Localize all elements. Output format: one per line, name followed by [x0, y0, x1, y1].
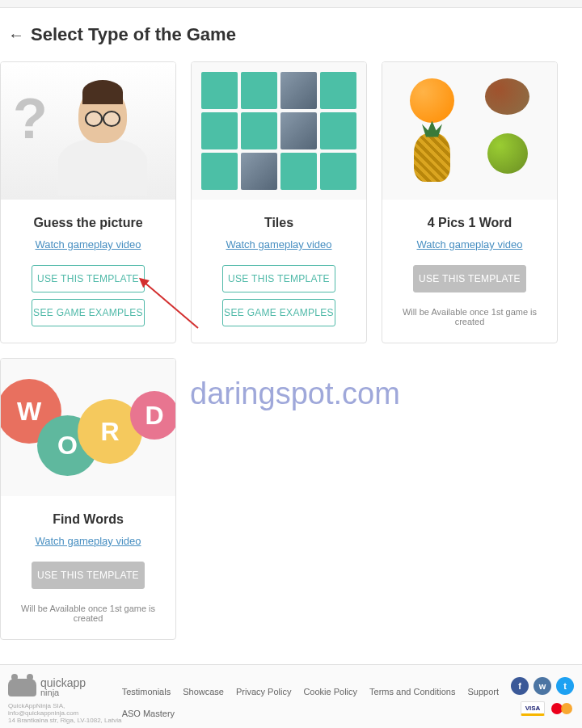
- question-mark-icon: ?: [13, 86, 48, 151]
- pineapple-icon: [414, 133, 450, 182]
- footer-left: quickapp ninja QuickAppNinja SIA, info@q…: [8, 677, 122, 724]
- card-body: 4 Pics 1 Word Watch gameplay video USE T…: [382, 200, 557, 343]
- man-figure: [46, 70, 159, 200]
- card-image-guess: ?: [1, 62, 175, 200]
- card-body: Find Words Watch gameplay video USE THIS…: [1, 496, 175, 639]
- card-body: Tiles Watch gameplay video USE THIS TEMP…: [192, 200, 366, 343]
- letter-d-circle: D: [130, 391, 175, 440]
- card-title: Find Words: [53, 512, 124, 527]
- footer-link-cookie[interactable]: Cookie Policy: [303, 687, 357, 696]
- use-template-button[interactable]: USE THIS TEMPLATE: [222, 265, 335, 292]
- footer-link-privacy[interactable]: Privacy Policy: [236, 687, 291, 696]
- card-image-word: W O R D: [1, 359, 175, 496]
- see-examples-button[interactable]: SEE GAME EXAMPLES: [32, 299, 145, 326]
- watch-gameplay-link[interactable]: Watch gameplay video: [35, 535, 141, 547]
- footer: quickapp ninja QuickAppNinja SIA, info@q…: [0, 664, 582, 728]
- lime-icon: [487, 133, 528, 174]
- page-header: ← Select Type of the Game: [0, 8, 582, 61]
- page-title: Select Type of the Game: [31, 24, 236, 45]
- availability-note: Will be Available once 1st game is creat…: [394, 307, 545, 326]
- company-info: QuickAppNinja SIA, info@quickappninja.co…: [8, 702, 122, 724]
- footer-link-terms[interactable]: Terms and Conditions: [369, 687, 455, 696]
- card-title: Guess the picture: [33, 216, 142, 230]
- card-title: Tiles: [264, 216, 293, 230]
- card-image-fruits: [382, 62, 557, 200]
- availability-note: Will be Available once 1st game is creat…: [13, 604, 163, 623]
- footer-right: f w t VISA: [511, 677, 574, 716]
- social-icons: f w t: [511, 677, 574, 695]
- card-body: Guess the picture Watch gameplay video U…: [1, 200, 175, 343]
- vk-icon[interactable]: w: [534, 677, 551, 695]
- card-tiles: Tiles Watch gameplay video USE THIS TEMP…: [191, 61, 367, 343]
- watch-gameplay-link[interactable]: Watch gameplay video: [416, 238, 522, 250]
- watch-gameplay-link[interactable]: Watch gameplay video: [35, 238, 141, 250]
- kiwi-icon: [485, 78, 529, 115]
- use-template-button[interactable]: USE THIS TEMPLATE: [32, 265, 145, 292]
- footer-link-aso[interactable]: ASO Mastery: [122, 709, 175, 718]
- footer-links: Testimonials Showcase Privacy Policy Coo…: [122, 677, 511, 718]
- back-arrow[interactable]: ←: [8, 26, 24, 44]
- cards-grid: ? Guess the picture Watch gameplay video…: [0, 61, 582, 664]
- see-examples-button[interactable]: SEE GAME EXAMPLES: [222, 299, 335, 326]
- use-template-button-disabled: USE THIS TEMPLATE: [32, 562, 145, 589]
- card-guess-picture: ? Guess the picture Watch gameplay video…: [0, 61, 176, 343]
- card-find-words: W O R D Find Words Watch gameplay video …: [0, 358, 176, 640]
- payment-icons: VISA: [521, 701, 574, 716]
- orange-icon: [410, 78, 454, 123]
- use-template-button-disabled: USE THIS TEMPLATE: [413, 265, 526, 292]
- watermark: daringspot.com: [190, 377, 400, 411]
- footer-link-showcase[interactable]: Showcase: [183, 687, 224, 696]
- logo-text: quickapp ninja: [40, 677, 86, 697]
- card-title: 4 Pics 1 Word: [428, 216, 512, 230]
- facebook-icon[interactable]: f: [511, 677, 529, 695]
- logo-icon: [8, 679, 36, 696]
- mastercard-icon: [550, 701, 574, 716]
- logo[interactable]: quickapp ninja: [8, 677, 122, 697]
- twitter-icon[interactable]: t: [556, 677, 574, 695]
- card-4pics1word: 4 Pics 1 Word Watch gameplay video USE T…: [382, 61, 558, 343]
- visa-icon: VISA: [521, 701, 545, 716]
- footer-link-support[interactable]: Support: [467, 687, 499, 696]
- footer-link-testimonials[interactable]: Testimonials: [122, 687, 171, 696]
- watch-gameplay-link[interactable]: Watch gameplay video: [226, 238, 331, 250]
- top-bar: [0, 0, 582, 8]
- card-image-tiles: [192, 62, 366, 200]
